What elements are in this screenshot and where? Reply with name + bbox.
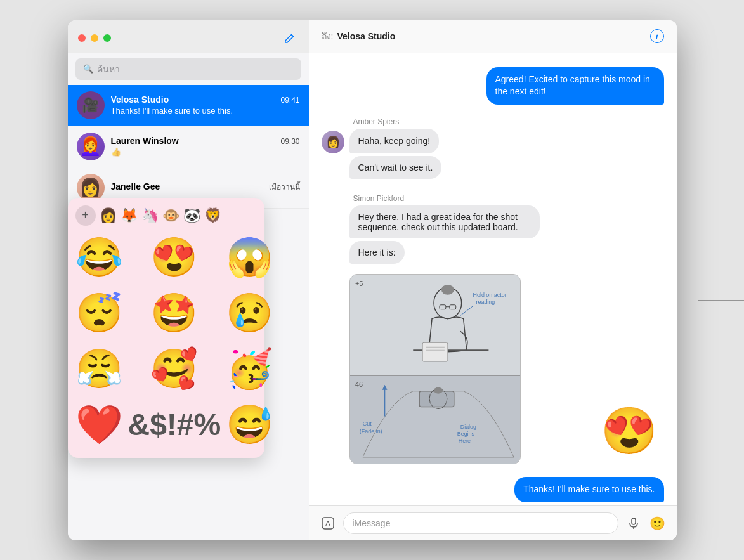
emoji-button[interactable]: 🙂 [649, 514, 667, 532]
bubble-amber-1: Haha, keep going! [349, 129, 440, 154]
msg-simon-2: Here it is: [349, 241, 664, 264]
svg-text:A: A [325, 519, 330, 527]
compose-button[interactable] [281, 29, 299, 47]
svg-text:reading: reading [476, 299, 495, 305]
emoji-picker: + 👩 🦊 🦄 🐵 🐼 🦁 😂 😍 😱 [68, 198, 264, 458]
chat-header-title-area: ถึง: Velosa Studio [322, 29, 396, 43]
chat-input-field[interactable]: iMessage [343, 512, 618, 534]
svg-point-6 [441, 285, 454, 295]
emoji-tab-unicorn[interactable]: 🦄 [141, 207, 159, 224]
bubble-simon-1: Hey there, I had a great idea for the sh… [349, 205, 540, 238]
bubble-agreed: Agreed! Excited to capture this mood in … [486, 67, 664, 105]
msg-outgoing-thanks: Thanks! I'll make sure to use this. [322, 477, 664, 502]
traffic-lights [78, 34, 111, 42]
sender-simon: Simon Pickford [353, 194, 664, 203]
memoji-item-steam[interactable]: 😤 [75, 344, 123, 394]
chat-recipient-name: Velosa Studio [337, 31, 395, 41]
sender-amber: Amber Spiers [353, 117, 664, 126]
svg-rect-30 [632, 518, 636, 524]
conv-name-velosa: Velosa Studio [111, 94, 169, 105]
memoji-item-crying-laughing[interactable]: 😂 [75, 232, 123, 283]
conv-name-lauren: Lauren Winslow [111, 136, 179, 146]
input-placeholder: iMessage [353, 518, 391, 528]
conv-preview-velosa: Thanks! I'll make sure to use this. [111, 106, 300, 115]
emoji-tab-panda[interactable]: 🐼 [183, 207, 200, 224]
emoji-add-button[interactable]: + [75, 205, 96, 226]
memoji-item-star-eyes[interactable]: 🤩 [128, 288, 221, 339]
msg-group-amber: Amber Spiers 👩 Haha, keep going! Can't w… [322, 117, 664, 179]
memoji-item-crying[interactable]: 😢 [226, 288, 273, 339]
sidebar: 🔍 ค้นหา 🎥 Velosa Studio 09:41 Thanks! I'… [68, 20, 309, 540]
avatar-janelle: 👩 [77, 174, 105, 202]
svg-text:Cut: Cut [362, 421, 371, 427]
bubble-thanks: Thanks! I'll make sure to use this. [514, 477, 663, 502]
svg-rect-18 [419, 391, 454, 407]
svg-text:(Fade in): (Fade in) [359, 429, 382, 435]
storyboard-container: +5 [349, 274, 664, 464]
memoji-item-shocked-cloud[interactable]: 😱 [226, 232, 273, 283]
emoji-tab-lion[interactable]: 🦁 [204, 207, 221, 224]
memoji-item-sparkle[interactable]: 🥳 [226, 344, 273, 394]
search-bar[interactable]: 🔍 ค้นหา [75, 58, 301, 80]
chat-header: ถึง: Velosa Studio i [309, 20, 677, 53]
memoji-item-red-heart[interactable]: ❤️ [75, 400, 123, 450]
emoji-tab-face[interactable]: 👩 [100, 207, 117, 224]
conv-time-janelle: เมื่อวานนี้ [269, 181, 300, 193]
conv-time-velosa: 09:41 [280, 96, 299, 105]
audio-button[interactable] [625, 514, 643, 532]
close-button[interactable] [78, 34, 86, 42]
storyboard-image: +5 [349, 274, 521, 464]
emoji-tab-monkey[interactable]: 🐵 [162, 207, 179, 224]
svg-text:+5: +5 [355, 280, 362, 287]
msg-amber-1: Haha, keep going! [349, 129, 440, 154]
search-placeholder: ค้นหา [97, 62, 120, 76]
memoji-item-sweat[interactable]: 😅 [226, 400, 273, 450]
msg-row-amber-1: 👩 Haha, keep going! [322, 129, 664, 154]
emoji-tab-fox[interactable]: 🦊 [121, 207, 138, 224]
msg-group-simon: Simon Pickford Hey there, I had a great … [322, 194, 664, 264]
sidebar-titlebar [68, 20, 309, 53]
svg-text:Dialog: Dialog [460, 424, 476, 431]
svg-rect-11 [422, 343, 448, 362]
info-button[interactable]: i [650, 29, 664, 43]
msg-amber-2: Can't wait to see it. [349, 156, 664, 179]
memoji-item-heart-eyes[interactable]: 😍 [128, 232, 221, 283]
svg-text:Hold on actor: Hold on actor [473, 292, 506, 298]
conv-name-janelle: Janelle Gee [111, 181, 160, 192]
conversation-item-velosa-studio[interactable]: 🎥 Velosa Studio 09:41 Thanks! I'll make … [68, 85, 309, 126]
memoji-item-expletive[interactable]: &$!#% [128, 400, 221, 450]
conv-time-lauren: 09:30 [280, 137, 299, 146]
svg-text:Here: Here [458, 438, 470, 444]
conversation-item-lauren[interactable]: 👩‍🦰 Lauren Winslow 09:30 👍 [68, 126, 309, 167]
annotation: โต้ตอบกับโพสต์ด้วย สติ๊กเกอร์ Memoji [698, 287, 745, 315]
conv-info-velosa: Velosa Studio 09:41 Thanks! I'll make su… [111, 94, 300, 115]
bubble-simon-2: Here it is: [349, 241, 405, 264]
search-icon: 🔍 [83, 64, 93, 74]
app-store-button[interactable]: A [319, 514, 337, 532]
svg-text:46: 46 [355, 381, 362, 388]
chat-messages: Agreed! Excited to capture this mood in … [309, 53, 677, 505]
svg-point-20 [434, 387, 443, 394]
memoji-item-sleeping[interactable]: 😴 [75, 288, 123, 339]
recipient-prefix: ถึง: [322, 29, 334, 43]
chat-input-bar: A iMessage 🙂 [309, 505, 677, 540]
avatar-amber: 👩 [322, 131, 344, 153]
msg-outgoing-agreed: Agreed! Excited to capture this mood in … [322, 67, 664, 105]
memoji-overlay: 😍 [601, 404, 658, 458]
msg-simon-1: Hey there, I had a great idea for the sh… [349, 205, 664, 238]
emoji-picker-toolbar: + 👩 🦊 🦄 🐵 🐼 🦁 [75, 205, 257, 226]
maximize-button[interactable] [103, 34, 111, 42]
bubble-amber-2: Can't wait to see it. [349, 156, 442, 179]
conv-preview-lauren: 👍 [111, 147, 300, 157]
conv-info-janelle: Janelle Gee เมื่อวานนี้ [111, 181, 300, 194]
avatar-velosa: 🎥 [77, 91, 105, 119]
memoji-grid: 😂 😍 😱 😴 🤩 😢 [75, 232, 257, 450]
minimize-button[interactable] [91, 34, 98, 42]
chat-panel: ถึง: Velosa Studio i Agreed! Excited to … [309, 20, 677, 540]
avatar-lauren: 👩‍🦰 [77, 133, 105, 160]
svg-text:Begins: Begins [457, 431, 474, 437]
conv-info-lauren: Lauren Winslow 09:30 👍 [111, 136, 300, 157]
memoji-item-heart-love[interactable]: 🥰 [128, 344, 221, 394]
